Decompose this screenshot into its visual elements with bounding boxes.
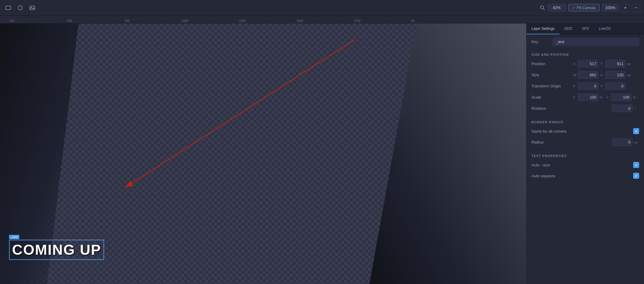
canvas-text-box: COMING UP <box>9 240 104 260</box>
auto-squeeze-fields <box>573 173 639 179</box>
transform-origin-label: Transform Origin <box>531 84 571 88</box>
same-for-all-corners-label: Same for all corners <box>531 129 571 134</box>
canvas-text-label: _text <box>9 235 19 239</box>
rotation-row: Rotation ° <box>527 103 644 114</box>
rotation-unit: ° <box>634 107 639 110</box>
zoom-in-button[interactable]: + <box>621 4 630 12</box>
scale-label: Scale <box>531 95 571 99</box>
auto-size-label: Auto - size <box>531 163 571 167</box>
fit-canvas-button[interactable]: ✓ Fit Canvas <box>568 4 600 11</box>
position-x-axis: X <box>573 62 577 66</box>
ruler: 250 500 750 1000 1250 1500 1750 20 <box>0 16 644 24</box>
rotation-label: Rotation <box>531 106 571 111</box>
transform-origin-x-input[interactable] <box>578 82 598 90</box>
panel-tabs: Layer Settings GDD SPX LiveOS <box>527 24 644 35</box>
size-h-group: H <box>600 71 626 79</box>
canvas-area[interactable]: _text COMING UP <box>0 24 526 284</box>
scale-x-group: X % <box>573 93 604 101</box>
tab-gdd[interactable]: GDD <box>560 24 577 34</box>
ruler-mark-0: 250 <box>9 19 66 23</box>
zoom-icon <box>540 5 545 11</box>
svg-rect-2 <box>30 6 35 10</box>
size-w-input[interactable] <box>578 71 598 79</box>
ruler-mark-4: 1250 <box>238 19 296 23</box>
right-panel: Layer Settings GDD SPX LiveOS Key _text … <box>526 24 644 284</box>
transform-origin-y-axis: Y <box>600 84 604 88</box>
transform-origin-fields: X Y <box>573 82 639 90</box>
transform-origin-y-input[interactable] <box>605 82 626 90</box>
ruler-mark-6: 1750 <box>353 19 410 23</box>
rotation-input[interactable] <box>612 105 633 112</box>
auto-squeeze-checkbox[interactable] <box>633 173 639 179</box>
auto-squeeze-row: Auto squeeze <box>527 170 644 181</box>
auto-size-fields <box>573 162 639 168</box>
size-h-axis: H <box>600 73 604 77</box>
tab-layer-settings[interactable]: Layer Settings <box>527 24 560 34</box>
hundred-percent-button[interactable]: 100% <box>602 4 619 11</box>
rotation-fields: ° <box>573 105 639 112</box>
ruler-mark-5: 1500 <box>296 19 353 23</box>
zoom-controls: 42% ✓ Fit Canvas 100% + − <box>540 4 640 12</box>
scale-x-axis: X <box>573 96 577 99</box>
position-x-input[interactable] <box>578 60 598 68</box>
key-label: Key <box>531 39 550 44</box>
svg-rect-0 <box>6 6 11 10</box>
radius-label: Radius <box>531 140 571 144</box>
position-label: Position <box>531 62 571 66</box>
section-border-radius-header: BORDER RADIUS <box>527 117 644 126</box>
position-y-input[interactable] <box>605 60 626 68</box>
scale-y-group: Y % <box>606 93 638 101</box>
scale-x-unit: % <box>600 96 604 99</box>
circle-tool-icon[interactable] <box>16 3 25 12</box>
divider-1 <box>527 115 644 115</box>
svg-point-1 <box>18 6 22 10</box>
section-text-properties-header: TEXT PROPERTIES <box>527 150 644 159</box>
position-row: Position X Y px <box>527 58 644 69</box>
transform-origin-row: Transform Origin X Y <box>527 80 644 92</box>
ruler-mark-7: 20 <box>410 19 468 23</box>
ruler-marks: 250 500 750 1000 1250 1500 1750 20 <box>0 19 468 23</box>
size-unit: px <box>627 73 632 77</box>
position-fields: X Y px <box>573 60 639 68</box>
scale-row: Scale X % Y % <box>527 92 644 103</box>
position-y-group: Y <box>600 60 626 68</box>
key-value-input[interactable]: _text <box>553 38 639 46</box>
size-row: Size W H px <box>527 69 644 80</box>
transform-origin-x-axis: X <box>573 84 577 88</box>
zoom-out-button[interactable]: − <box>632 4 640 12</box>
section-size-position-header: SIZE AND POSITION <box>527 49 644 58</box>
scale-y-unit: % <box>633 96 638 99</box>
image-tool-icon[interactable] <box>28 3 37 12</box>
auto-size-checkbox[interactable] <box>633 162 639 168</box>
auto-size-row: Auto - size <box>527 159 644 170</box>
size-w-axis: W <box>573 73 577 77</box>
rectangle-tool-icon[interactable] <box>4 3 13 12</box>
same-for-all-corners-row: Same for all corners <box>527 126 644 137</box>
toolbar: 42% ✓ Fit Canvas 100% + − <box>0 0 644 16</box>
radius-unit: px <box>634 140 639 144</box>
ruler-mark-2: 750 <box>124 19 181 23</box>
radius-row: Radius px <box>527 137 644 148</box>
size-h-input[interactable] <box>605 71 626 79</box>
tab-liveos[interactable]: LiveOS <box>594 24 615 34</box>
position-x-group: X <box>573 60 598 68</box>
size-w-group: W <box>573 71 598 79</box>
scale-y-input[interactable] <box>611 93 632 101</box>
key-row: Key _text <box>527 35 644 49</box>
scale-x-input[interactable] <box>578 93 598 101</box>
size-label: Size <box>531 73 571 77</box>
ruler-mark-3: 1000 <box>181 19 238 23</box>
divider-2 <box>527 149 644 149</box>
position-y-axis: Y <box>600 62 604 66</box>
transform-origin-y-group: Y <box>600 82 626 90</box>
canvas-text-element[interactable]: _text COMING UP <box>9 235 104 260</box>
main-area: _text COMING UP Layer Settings GDD SPX L… <box>0 24 644 284</box>
fit-canvas-label: Fit Canvas <box>577 5 596 10</box>
zoom-percent[interactable]: 42% <box>548 4 566 11</box>
same-for-all-checkbox[interactable] <box>633 128 639 134</box>
size-fields: W H px <box>573 71 639 79</box>
ruler-mark-1: 500 <box>66 19 124 23</box>
fit-canvas-check-icon: ✓ <box>572 5 575 10</box>
tab-spx[interactable]: SPX <box>577 24 594 34</box>
radius-input[interactable] <box>612 138 633 146</box>
